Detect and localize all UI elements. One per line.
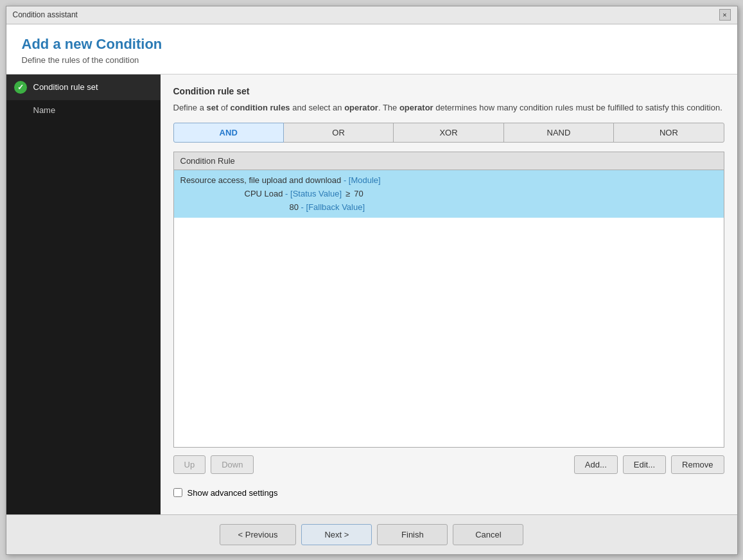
sidebar-label-condition-rule-set: Condition rule set <box>33 82 98 92</box>
rule-status-value: 70 <box>354 189 363 198</box>
rule-status-text: CPU Load <box>245 189 283 198</box>
down-button[interactable]: Down <box>211 455 254 474</box>
desc-set: set <box>207 103 219 112</box>
content-description: Define a set of condition rules and sele… <box>173 101 724 114</box>
page-title: Add a new Condition <box>22 36 722 53</box>
rule-line-2: CPU Load - [Status Value]≥70 <box>180 188 717 201</box>
remove-button[interactable]: Remove <box>671 455 724 474</box>
sidebar-label-name: Name <box>33 105 56 115</box>
rule-status-tag: - [Status Value] <box>283 189 342 198</box>
sidebar-item-name[interactable]: Name <box>6 100 161 120</box>
action-row: Up Down Add... Edit... Remove <box>173 455 724 474</box>
rule-fallback-tag: - [Fallback Value] <box>299 202 365 212</box>
rule-module-text: Resource access, file upload and downloa… <box>180 175 342 185</box>
rule-module-tag: - [Module] <box>341 175 380 185</box>
check-icon <box>14 81 27 94</box>
content-area: Condition rule set Define a set of condi… <box>161 74 737 514</box>
rule-fallback-value: 80 <box>290 202 299 212</box>
dialog: Condition assistant × Add a new Conditio… <box>6 6 738 555</box>
title-bar-text: Condition assistant <box>13 10 78 19</box>
operator-nor[interactable]: NOR <box>613 123 724 143</box>
desc-operator: operator <box>344 103 378 112</box>
rules-table: Condition Rule Resource access, file upl… <box>173 152 724 448</box>
operator-nand[interactable]: NAND <box>503 123 614 143</box>
operator-or[interactable]: OR <box>283 123 394 143</box>
edit-button[interactable]: Edit... <box>623 455 666 474</box>
header: Add a new Condition Define the rules of … <box>6 24 737 74</box>
finish-button[interactable]: Finish <box>377 524 448 545</box>
body: Condition rule set Name Condition rule s… <box>6 74 737 514</box>
add-button[interactable]: Add... <box>574 455 618 474</box>
close-button[interactable]: × <box>719 9 731 21</box>
sidebar-item-condition-rule-set[interactable]: Condition rule set <box>6 74 161 100</box>
advanced-settings-checkbox[interactable] <box>173 488 182 497</box>
advanced-settings-row: Show advanced settings <box>173 483 724 503</box>
up-button[interactable]: Up <box>173 455 206 474</box>
desc-operator2: operator <box>399 103 433 112</box>
table-row[interactable]: Resource access, file upload and downloa… <box>174 170 724 218</box>
next-button[interactable]: Next > <box>301 524 372 545</box>
rule-line-3: 80 - [Fallback Value] <box>180 201 717 214</box>
footer: < Previous Next > Finish Cancel <box>6 514 737 554</box>
sidebar: Condition rule set Name <box>6 74 161 514</box>
rules-body: Resource access, file upload and downloa… <box>174 170 724 218</box>
advanced-settings-label: Show advanced settings <box>188 488 278 498</box>
previous-button[interactable]: < Previous <box>220 524 297 545</box>
title-bar: Condition assistant × <box>6 6 737 24</box>
cancel-button[interactable]: Cancel <box>453 524 523 545</box>
operator-xor[interactable]: XOR <box>393 123 503 143</box>
page-description: Define the rules of the condition <box>22 55 722 65</box>
desc-condition-rules: condition rules <box>230 103 290 112</box>
rules-header: Condition Rule <box>174 152 724 170</box>
operator-row: AND OR XOR NAND NOR <box>173 123 724 143</box>
content-title: Condition rule set <box>173 86 724 96</box>
operator-and[interactable]: AND <box>173 123 284 143</box>
rule-line-1: Resource access, file upload and downloa… <box>180 174 717 188</box>
rule-operator-symbol: ≥ <box>345 189 350 198</box>
